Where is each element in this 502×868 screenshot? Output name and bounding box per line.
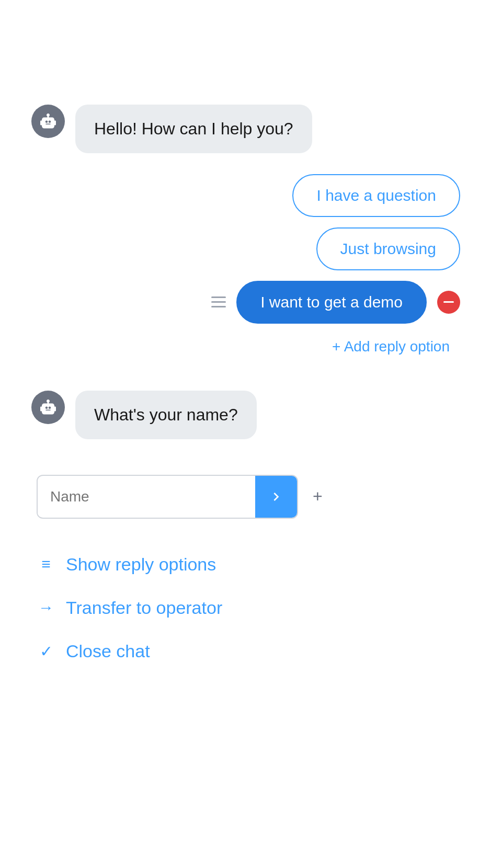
reply-option-row-1: I have a question xyxy=(292,174,460,217)
add-input-button[interactable]: + xyxy=(309,483,327,510)
drag-handle-line-3 xyxy=(211,306,226,307)
checkmark-icon: ✓ xyxy=(37,642,55,660)
close-chat-button[interactable]: ✓ Close chat xyxy=(37,641,471,661)
reply-option-1[interactable]: I have a question xyxy=(292,174,460,217)
bot-icon-2 xyxy=(39,398,58,417)
reply-option-row-2: Just browsing xyxy=(316,227,460,270)
close-chat-label: Close chat xyxy=(66,641,150,661)
drag-handle-line-1 xyxy=(211,296,226,298)
second-bot-bubble: What's your name? xyxy=(75,391,257,439)
remove-reply-option-3-button[interactable] xyxy=(437,291,460,314)
show-reply-options-label: Show reply options xyxy=(66,554,216,575)
add-reply-option-button[interactable]: + Add reply option xyxy=(332,334,450,359)
reply-option-3[interactable]: I want to get a demo xyxy=(236,281,427,324)
input-row: + xyxy=(37,475,471,519)
arrow-right-icon: → xyxy=(37,599,55,616)
reply-option-2[interactable]: Just browsing xyxy=(316,227,460,270)
bot-avatar xyxy=(31,105,65,138)
transfer-to-operator-label: Transfer to operator xyxy=(66,598,222,618)
reply-options-container: I have a question Just browsing I want t… xyxy=(31,174,471,359)
first-bot-bubble: Hello! How can I help you? xyxy=(75,105,312,153)
list-icon: ≡ xyxy=(37,555,55,573)
chevron-right-icon xyxy=(268,488,284,505)
drag-handle-line-2 xyxy=(211,301,226,303)
input-submit-button[interactable] xyxy=(255,476,297,518)
bot-avatar-2 xyxy=(31,391,65,424)
second-bot-message-row: What's your name? xyxy=(31,391,471,439)
chat-container: Hello! How can I help you? I have a ques… xyxy=(0,0,502,714)
first-bot-message-row: Hello! How can I help you? xyxy=(31,105,471,153)
action-items-container: ≡ Show reply options → Transfer to opera… xyxy=(37,554,471,661)
name-input[interactable] xyxy=(38,477,255,517)
second-bot-section: What's your name? + ≡ Show reply options xyxy=(31,391,471,661)
reply-option-row-3: I want to get a demo xyxy=(211,281,460,324)
show-reply-options-button[interactable]: ≡ Show reply options xyxy=(37,554,471,575)
drag-handle[interactable] xyxy=(211,296,226,307)
bot-icon xyxy=(39,112,58,131)
text-input-wrapper xyxy=(37,475,298,519)
transfer-to-operator-button[interactable]: → Transfer to operator xyxy=(37,598,471,618)
